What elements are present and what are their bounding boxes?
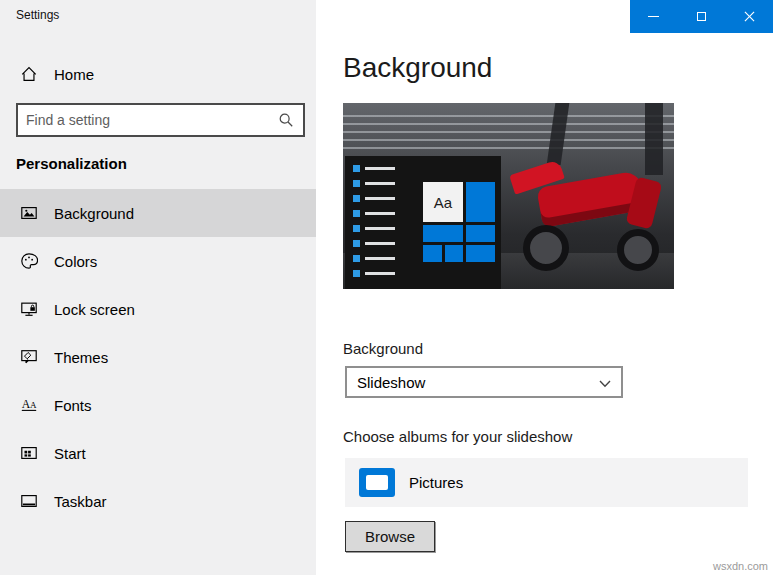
sidebar-item-label: Background xyxy=(54,205,134,222)
section-header-personalization: Personalization xyxy=(16,155,127,172)
albums-section-label: Choose albums for your slideshow xyxy=(343,428,572,445)
background-preview: Aa xyxy=(343,103,674,289)
app-title: Settings xyxy=(16,8,59,22)
preview-tile xyxy=(466,245,495,262)
page-title: Background xyxy=(343,52,492,84)
sidebar-item-fonts[interactable]: AA Fonts xyxy=(0,381,316,429)
preview-tile xyxy=(466,182,495,222)
sidebar-item-label: Colors xyxy=(54,253,97,270)
close-icon xyxy=(744,11,755,22)
sidebar-item-label: Start xyxy=(54,445,86,462)
search-icon xyxy=(278,112,294,128)
close-button[interactable] xyxy=(725,0,773,33)
sidebar-item-colors[interactable]: Colors xyxy=(0,237,316,285)
sidebar-item-lock-screen[interactable]: Lock screen xyxy=(0,285,316,333)
themes-icon xyxy=(20,348,38,366)
start-menu-app-row xyxy=(353,165,501,172)
sidebar-item-label: Lock screen xyxy=(54,301,135,318)
sidebar-item-label: Taskbar xyxy=(54,493,107,510)
sidebar-item-background[interactable]: Background xyxy=(0,189,316,237)
settings-window: Settings Home Personalization Background xyxy=(0,0,773,575)
album-name: Pictures xyxy=(409,474,463,491)
preview-tile xyxy=(445,245,463,262)
preview-tile xyxy=(466,225,495,242)
search-input[interactable] xyxy=(18,112,278,128)
maximize-icon xyxy=(697,12,706,21)
album-item-pictures[interactable]: Pictures xyxy=(345,458,748,507)
preview-tile xyxy=(423,245,442,262)
sidebar-item-home[interactable]: Home xyxy=(0,55,316,93)
dropdown-value: Slideshow xyxy=(357,374,425,391)
background-icon xyxy=(20,204,38,222)
taskbar-icon xyxy=(20,492,38,510)
sidebar-item-label: Home xyxy=(54,66,94,83)
photo-pillar xyxy=(645,103,663,175)
motorcycle-wheel xyxy=(523,225,569,271)
sidebar: Settings Home Personalization Background xyxy=(0,0,316,575)
sidebar-item-label: Themes xyxy=(54,349,108,366)
chevron-down-icon xyxy=(599,374,611,391)
preview-start-menu: Aa xyxy=(345,156,501,289)
sidebar-item-start[interactable]: Start xyxy=(0,429,316,477)
pictures-album-icon xyxy=(359,468,395,497)
sidebar-item-label: Fonts xyxy=(54,397,92,414)
sidebar-nav: Background Colors Lock screen Themes xyxy=(0,189,316,525)
minimize-icon xyxy=(648,16,659,17)
titlebar-controls[interactable] xyxy=(630,0,773,33)
preview-tile-aa: Aa xyxy=(423,182,463,222)
search-box xyxy=(16,103,305,137)
photo-railing xyxy=(343,115,674,151)
svg-text:A: A xyxy=(30,400,37,410)
lock-screen-icon xyxy=(20,300,38,318)
colors-icon xyxy=(20,252,38,270)
fonts-icon: AA xyxy=(20,396,38,414)
home-icon xyxy=(20,65,38,83)
start-icon xyxy=(20,444,38,462)
browse-button[interactable]: Browse xyxy=(345,521,435,552)
motorcycle-wheel xyxy=(617,229,659,271)
sidebar-item-themes[interactable]: Themes xyxy=(0,333,316,381)
background-dropdown-label: Background xyxy=(343,340,423,357)
preview-tile xyxy=(423,225,463,242)
minimize-button[interactable] xyxy=(630,0,678,33)
sidebar-item-taskbar[interactable]: Taskbar xyxy=(0,477,316,525)
start-menu-tiles: Aa xyxy=(423,182,497,284)
maximize-button[interactable] xyxy=(678,0,726,33)
watermark: wsxdn.com xyxy=(713,560,768,572)
background-type-dropdown[interactable]: Slideshow xyxy=(345,366,623,398)
